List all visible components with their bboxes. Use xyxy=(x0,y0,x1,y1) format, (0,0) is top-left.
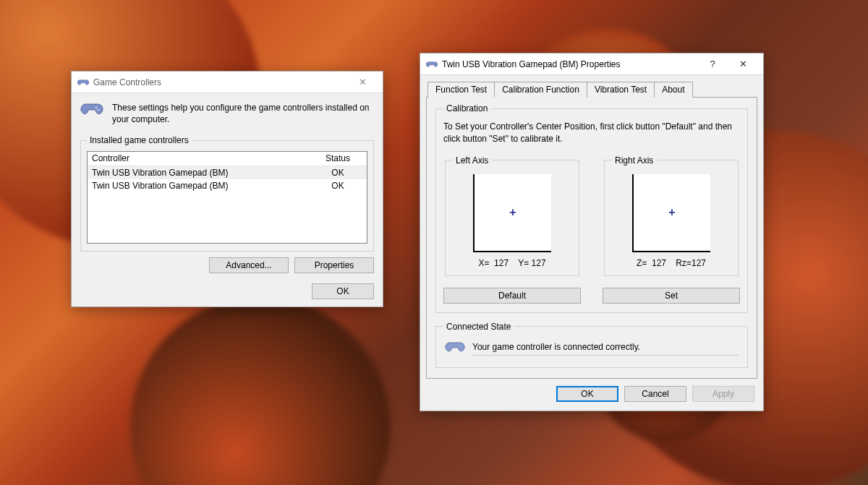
right-axis-group: Right Axis Z= 127 Rz=127 xyxy=(604,155,739,276)
default-button[interactable]: Default xyxy=(443,288,581,304)
advanced-button[interactable]: Advanced... xyxy=(209,257,289,273)
right-axis-display xyxy=(632,174,710,252)
calibration-label: Calibration xyxy=(443,103,490,113)
help-button[interactable]: ? xyxy=(698,54,727,74)
col-status[interactable]: Status xyxy=(309,152,367,166)
list-item[interactable]: Twin USB Vibration Gamepad (BM) OK xyxy=(88,166,367,179)
gamepad-icon xyxy=(445,340,465,357)
window-title: Game Controllers xyxy=(93,77,346,87)
list-header: Controller Status xyxy=(88,152,367,166)
titlebar[interactable]: Game Controllers ✕ xyxy=(72,72,383,93)
tabs: Function Test Calibration Function Vibra… xyxy=(426,81,757,98)
controllers-list[interactable]: Controller Status Twin USB Vibration Gam… xyxy=(87,151,367,244)
left-axis-display xyxy=(473,174,551,252)
controller-name: Twin USB Vibration Gamepad (BM) xyxy=(88,167,309,179)
svg-point-1 xyxy=(98,109,100,111)
ok-button[interactable]: OK xyxy=(556,386,618,402)
left-axis-group: Left Axis X= 127 Y= 127 xyxy=(445,155,579,276)
tab-function-test[interactable]: Function Test xyxy=(427,82,495,98)
left-axis-label: Left Axis xyxy=(453,155,491,166)
right-axis-label: Right Axis xyxy=(612,155,656,166)
controller-status: OK xyxy=(309,167,367,179)
left-axis-values: X= 127 Y= 127 xyxy=(453,258,571,268)
col-controller[interactable]: Controller xyxy=(88,152,309,166)
properties-button[interactable]: Properties xyxy=(294,257,374,273)
installed-controllers-group: Installed game controllers Controller St… xyxy=(80,135,374,252)
gamepad-icon xyxy=(77,77,89,88)
controller-name: Twin USB Vibration Gamepad (BM) xyxy=(88,180,309,192)
connected-state-group: Connected State Your game controller is … xyxy=(435,322,748,368)
intro-text: These settings help you configure the ga… xyxy=(112,102,374,125)
gamepad-properties-window: Twin USB Vibration Gamepad (BM) Properti… xyxy=(420,53,764,411)
tab-about[interactable]: About xyxy=(654,82,692,98)
crosshair-icon xyxy=(508,207,518,218)
close-button[interactable]: ✕ xyxy=(346,72,378,93)
tab-panel: Calibration To Set your Controller's Cen… xyxy=(426,98,757,379)
crosshair-icon xyxy=(667,207,677,218)
right-axis-values: Z= 127 Rz=127 xyxy=(612,258,731,268)
window-title: Twin USB Vibration Gamepad (BM) Properti… xyxy=(442,59,698,69)
tab-calibration[interactable]: Calibration Function xyxy=(494,82,587,98)
gamepad-large-icon xyxy=(80,102,103,125)
titlebar[interactable]: Twin USB Vibration Gamepad (BM) Properti… xyxy=(420,53,763,75)
connected-state-label: Connected State xyxy=(443,322,514,332)
tab-vibration-test[interactable]: Vibration Test xyxy=(587,82,655,98)
calibration-group: Calibration To Set your Controller's Cen… xyxy=(435,103,748,313)
ok-button[interactable]: OK xyxy=(312,283,374,299)
calibration-instruction: To Set your Controller's Center Position… xyxy=(443,121,740,145)
list-item[interactable]: Twin USB Vibration Gamepad (BM) OK xyxy=(88,179,367,192)
set-button[interactable]: Set xyxy=(603,288,740,304)
svg-point-0 xyxy=(95,107,98,109)
controller-status: OK xyxy=(309,180,367,192)
cancel-button[interactable]: Cancel xyxy=(624,386,686,402)
apply-button[interactable]: Apply xyxy=(692,386,754,402)
close-button[interactable]: ✕ xyxy=(727,54,759,74)
gamepad-icon xyxy=(426,59,438,70)
game-controllers-window: Game Controllers ✕ These settings help y… xyxy=(71,71,383,307)
connected-state-text: Your game controller is connected correc… xyxy=(472,342,739,356)
installed-controllers-label: Installed game controllers xyxy=(87,135,192,145)
